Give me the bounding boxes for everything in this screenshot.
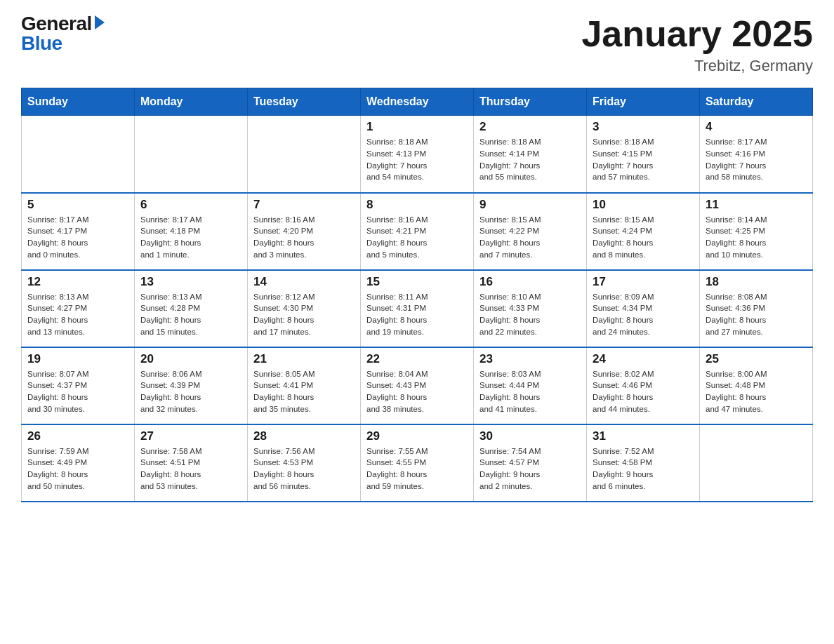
calendar-cell: 3Sunrise: 8:18 AMSunset: 4:15 PMDaylight… bbox=[587, 116, 700, 193]
day-info: Sunrise: 7:52 AMSunset: 4:58 PMDaylight:… bbox=[593, 445, 694, 492]
calendar-cell: 24Sunrise: 8:02 AMSunset: 4:46 PMDayligh… bbox=[587, 347, 700, 424]
column-header-monday: Monday bbox=[135, 88, 248, 116]
calendar-week-row: 1Sunrise: 8:18 AMSunset: 4:13 PMDaylight… bbox=[22, 116, 813, 193]
day-number: 29 bbox=[366, 429, 468, 443]
day-info: Sunrise: 8:09 AMSunset: 4:34 PMDaylight:… bbox=[593, 291, 694, 338]
day-info: Sunrise: 8:04 AMSunset: 4:43 PMDaylight:… bbox=[366, 368, 468, 415]
day-number: 18 bbox=[706, 275, 807, 289]
calendar-cell bbox=[700, 424, 813, 502]
calendar-cell: 16Sunrise: 8:10 AMSunset: 4:33 PMDayligh… bbox=[474, 270, 587, 347]
calendar-cell: 11Sunrise: 8:14 AMSunset: 4:25 PMDayligh… bbox=[700, 193, 813, 270]
calendar-cell: 5Sunrise: 8:17 AMSunset: 4:17 PMDaylight… bbox=[22, 193, 135, 270]
day-info: Sunrise: 7:56 AMSunset: 4:53 PMDaylight:… bbox=[253, 445, 355, 492]
calendar-cell: 14Sunrise: 8:12 AMSunset: 4:30 PMDayligh… bbox=[248, 270, 361, 347]
day-number: 19 bbox=[27, 352, 128, 366]
day-number: 10 bbox=[593, 198, 694, 212]
calendar-cell: 10Sunrise: 8:15 AMSunset: 4:24 PMDayligh… bbox=[587, 193, 700, 270]
day-number: 2 bbox=[479, 120, 581, 134]
day-number: 7 bbox=[253, 198, 355, 212]
column-header-thursday: Thursday bbox=[474, 88, 587, 116]
calendar-cell: 30Sunrise: 7:54 AMSunset: 4:57 PMDayligh… bbox=[474, 424, 587, 502]
calendar-cell: 4Sunrise: 8:17 AMSunset: 4:16 PMDaylight… bbox=[700, 116, 813, 193]
day-number: 1 bbox=[366, 120, 468, 134]
day-info: Sunrise: 8:05 AMSunset: 4:41 PMDaylight:… bbox=[253, 368, 355, 415]
column-header-saturday: Saturday bbox=[700, 88, 813, 116]
calendar-header-row: SundayMondayTuesdayWednesdayThursdayFrid… bbox=[22, 88, 813, 116]
day-number: 28 bbox=[253, 429, 355, 443]
calendar-week-row: 12Sunrise: 8:13 AMSunset: 4:27 PMDayligh… bbox=[22, 270, 813, 347]
day-number: 5 bbox=[27, 198, 128, 212]
day-number: 8 bbox=[366, 198, 468, 212]
calendar-table: SundayMondayTuesdayWednesdayThursdayFrid… bbox=[21, 88, 813, 502]
day-info: Sunrise: 8:08 AMSunset: 4:36 PMDaylight:… bbox=[706, 291, 807, 338]
day-info: Sunrise: 7:55 AMSunset: 4:55 PMDaylight:… bbox=[366, 445, 468, 492]
day-number: 26 bbox=[27, 429, 128, 443]
calendar-week-row: 5Sunrise: 8:17 AMSunset: 4:17 PMDaylight… bbox=[22, 193, 813, 270]
day-info: Sunrise: 8:18 AMSunset: 4:15 PMDaylight:… bbox=[593, 136, 694, 183]
day-info: Sunrise: 8:15 AMSunset: 4:22 PMDaylight:… bbox=[479, 214, 581, 261]
day-number: 6 bbox=[140, 198, 241, 212]
day-number: 17 bbox=[593, 275, 694, 289]
logo-blue-text: Blue bbox=[21, 34, 62, 53]
day-info: Sunrise: 8:13 AMSunset: 4:27 PMDaylight:… bbox=[27, 291, 128, 338]
day-number: 22 bbox=[366, 352, 468, 366]
day-info: Sunrise: 8:06 AMSunset: 4:39 PMDaylight:… bbox=[140, 368, 241, 415]
day-number: 16 bbox=[479, 275, 581, 289]
day-number: 13 bbox=[140, 275, 241, 289]
calendar-cell: 22Sunrise: 8:04 AMSunset: 4:43 PMDayligh… bbox=[361, 347, 474, 424]
title-section: January 2025 Trebitz, Germany bbox=[581, 14, 813, 75]
calendar-cell: 18Sunrise: 8:08 AMSunset: 4:36 PMDayligh… bbox=[700, 270, 813, 347]
day-info: Sunrise: 8:02 AMSunset: 4:46 PMDaylight:… bbox=[593, 368, 694, 415]
day-info: Sunrise: 8:16 AMSunset: 4:21 PMDaylight:… bbox=[366, 214, 468, 261]
day-number: 11 bbox=[706, 198, 807, 212]
day-number: 24 bbox=[593, 352, 694, 366]
day-info: Sunrise: 8:13 AMSunset: 4:28 PMDaylight:… bbox=[140, 291, 241, 338]
day-info: Sunrise: 8:17 AMSunset: 4:16 PMDaylight:… bbox=[706, 136, 807, 183]
calendar-cell: 8Sunrise: 8:16 AMSunset: 4:21 PMDaylight… bbox=[361, 193, 474, 270]
calendar-title: January 2025 bbox=[581, 14, 813, 54]
calendar-cell: 21Sunrise: 8:05 AMSunset: 4:41 PMDayligh… bbox=[248, 347, 361, 424]
day-number: 30 bbox=[479, 429, 581, 443]
day-info: Sunrise: 8:17 AMSunset: 4:17 PMDaylight:… bbox=[27, 214, 128, 261]
day-info: Sunrise: 8:11 AMSunset: 4:31 PMDaylight:… bbox=[366, 291, 468, 338]
column-header-tuesday: Tuesday bbox=[248, 88, 361, 116]
calendar-cell: 20Sunrise: 8:06 AMSunset: 4:39 PMDayligh… bbox=[135, 347, 248, 424]
calendar-cell: 15Sunrise: 8:11 AMSunset: 4:31 PMDayligh… bbox=[361, 270, 474, 347]
calendar-cell: 12Sunrise: 8:13 AMSunset: 4:27 PMDayligh… bbox=[22, 270, 135, 347]
calendar-cell: 23Sunrise: 8:03 AMSunset: 4:44 PMDayligh… bbox=[474, 347, 587, 424]
day-number: 20 bbox=[140, 352, 241, 366]
day-number: 15 bbox=[366, 275, 468, 289]
calendar-cell bbox=[135, 116, 248, 193]
day-info: Sunrise: 8:12 AMSunset: 4:30 PMDaylight:… bbox=[253, 291, 355, 338]
calendar-cell: 1Sunrise: 8:18 AMSunset: 4:13 PMDaylight… bbox=[361, 116, 474, 193]
column-header-sunday: Sunday bbox=[22, 88, 135, 116]
day-info: Sunrise: 8:15 AMSunset: 4:24 PMDaylight:… bbox=[593, 214, 694, 261]
day-info: Sunrise: 8:14 AMSunset: 4:25 PMDaylight:… bbox=[706, 214, 807, 261]
day-number: 12 bbox=[27, 275, 128, 289]
day-info: Sunrise: 8:10 AMSunset: 4:33 PMDaylight:… bbox=[479, 291, 581, 338]
day-number: 3 bbox=[593, 120, 694, 134]
logo-arrow-icon bbox=[95, 15, 105, 29]
day-info: Sunrise: 8:17 AMSunset: 4:18 PMDaylight:… bbox=[140, 214, 241, 261]
day-info: Sunrise: 8:16 AMSunset: 4:20 PMDaylight:… bbox=[253, 214, 355, 261]
day-number: 21 bbox=[253, 352, 355, 366]
day-info: Sunrise: 8:00 AMSunset: 4:48 PMDaylight:… bbox=[706, 368, 807, 415]
day-number: 25 bbox=[706, 352, 807, 366]
day-number: 9 bbox=[479, 198, 581, 212]
logo: General Blue bbox=[21, 14, 105, 53]
calendar-cell: 26Sunrise: 7:59 AMSunset: 4:49 PMDayligh… bbox=[22, 424, 135, 502]
calendar-cell: 27Sunrise: 7:58 AMSunset: 4:51 PMDayligh… bbox=[135, 424, 248, 502]
day-info: Sunrise: 7:58 AMSunset: 4:51 PMDaylight:… bbox=[140, 445, 241, 492]
calendar-subtitle: Trebitz, Germany bbox=[581, 57, 813, 75]
calendar-cell bbox=[22, 116, 135, 193]
day-info: Sunrise: 7:59 AMSunset: 4:49 PMDaylight:… bbox=[27, 445, 128, 492]
calendar-cell: 19Sunrise: 8:07 AMSunset: 4:37 PMDayligh… bbox=[22, 347, 135, 424]
day-number: 14 bbox=[253, 275, 355, 289]
calendar-cell: 17Sunrise: 8:09 AMSunset: 4:34 PMDayligh… bbox=[587, 270, 700, 347]
calendar-cell: 2Sunrise: 8:18 AMSunset: 4:14 PMDaylight… bbox=[474, 116, 587, 193]
calendar-cell: 29Sunrise: 7:55 AMSunset: 4:55 PMDayligh… bbox=[361, 424, 474, 502]
day-number: 27 bbox=[140, 429, 241, 443]
calendar-cell: 6Sunrise: 8:17 AMSunset: 4:18 PMDaylight… bbox=[135, 193, 248, 270]
page-header: General Blue January 2025 Trebitz, Germa… bbox=[21, 14, 813, 75]
calendar-cell: 7Sunrise: 8:16 AMSunset: 4:20 PMDaylight… bbox=[248, 193, 361, 270]
